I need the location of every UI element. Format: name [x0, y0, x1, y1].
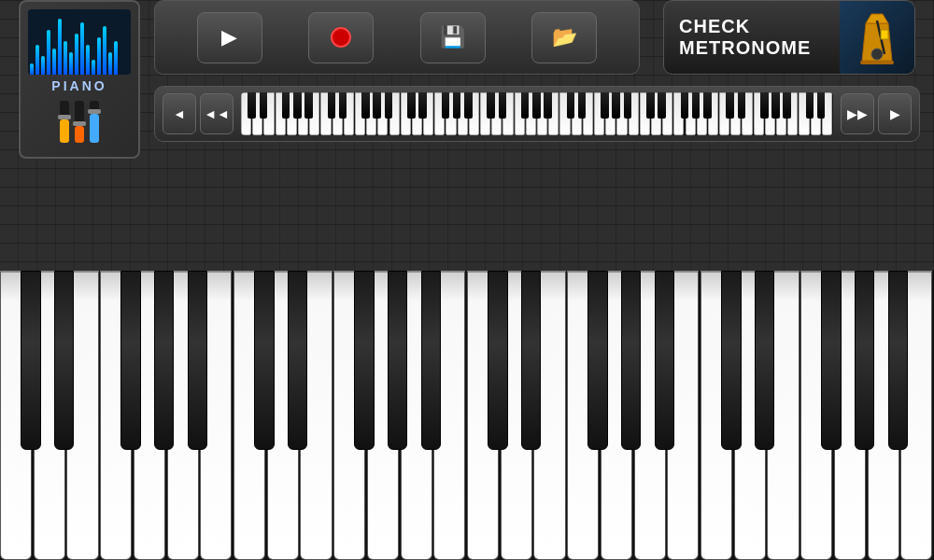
- play-button[interactable]: ▶: [197, 12, 262, 63]
- black-key[interactable]: [855, 271, 874, 450]
- black-key[interactable]: [721, 271, 741, 450]
- nav-right-skip-button[interactable]: ▶▶: [841, 93, 874, 134]
- metronome-button[interactable]: CHECK METRONOME: [663, 0, 915, 75]
- svg-rect-3: [881, 30, 888, 39]
- black-key[interactable]: [188, 271, 207, 450]
- nav-left-end-button[interactable]: ◄: [163, 93, 196, 134]
- mini-keyboard-bar: ◄ ◄◄ ▶▶ ▶: [154, 86, 920, 142]
- record-button[interactable]: [308, 12, 374, 63]
- black-key[interactable]: [120, 271, 140, 450]
- black-key[interactable]: [655, 271, 674, 450]
- metronome-text: CHECK METRONOME: [664, 16, 840, 59]
- metronome-word-label: METRONOME: [679, 37, 840, 59]
- black-key[interactable]: [388, 271, 407, 450]
- metronome-icon: [840, 0, 914, 75]
- black-key[interactable]: [21, 271, 40, 450]
- metronome-check-label: CHECK: [679, 16, 840, 37]
- transport-bar: ▶ 💾 📂: [154, 0, 640, 75]
- black-key[interactable]: [288, 271, 307, 450]
- nav-right-end-button[interactable]: ▶: [878, 93, 912, 134]
- black-key[interactable]: [888, 271, 908, 450]
- black-key[interactable]: [488, 271, 507, 450]
- nav-left-skip-button[interactable]: ◄◄: [200, 93, 234, 134]
- black-key[interactable]: [621, 271, 641, 450]
- black-key[interactable]: [755, 271, 774, 450]
- open-button[interactable]: 📂: [531, 12, 597, 63]
- svg-point-4: [871, 49, 883, 60]
- black-key[interactable]: [521, 271, 541, 450]
- app-background: PIANO ▶ 💾 📂 CHECK METRONOME: [0, 0, 934, 560]
- black-key[interactable]: [254, 271, 274, 450]
- piano-logo-widget: PIANO: [19, 0, 140, 159]
- save-button[interactable]: 💾: [420, 12, 486, 63]
- black-key[interactable]: [154, 271, 174, 450]
- spectrum-display: [28, 9, 131, 75]
- svg-rect-5: [860, 61, 894, 64]
- black-key[interactable]: [587, 271, 607, 450]
- piano-keyboard[interactable]: [0, 271, 934, 560]
- black-key[interactable]: [421, 271, 441, 450]
- black-key[interactable]: [821, 271, 841, 450]
- faders-container: [56, 97, 103, 147]
- mini-keyboard[interactable]: [241, 92, 833, 135]
- black-key[interactable]: [54, 271, 74, 450]
- piano-logo-label: PIANO: [51, 78, 106, 93]
- black-key[interactable]: [354, 271, 374, 450]
